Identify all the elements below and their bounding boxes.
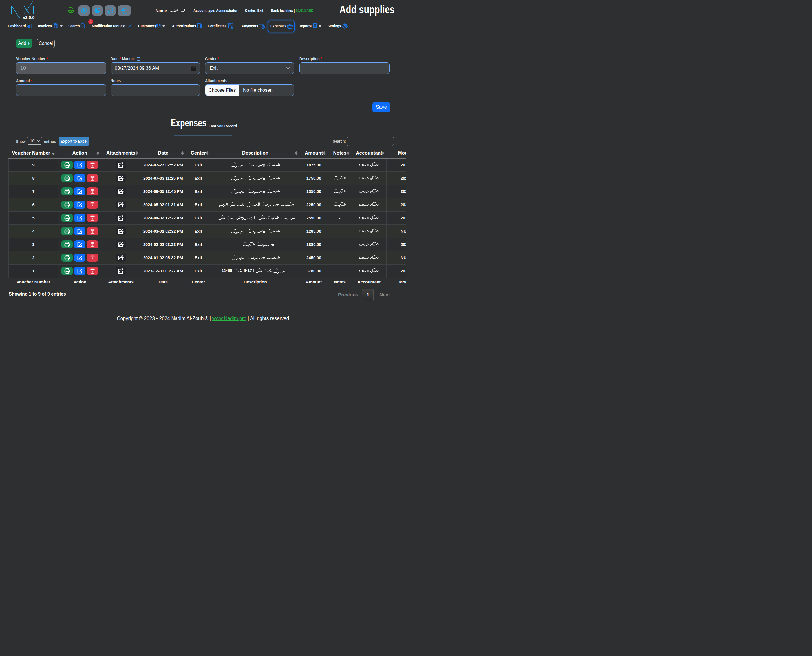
svg-text:8-17: 8-17 [244, 268, 252, 273]
svg-text:$: $ [262, 26, 264, 29]
svg-text:11-30: 11-30 [222, 268, 232, 273]
svg-text:v2.0.0: v2.0.0 [23, 15, 35, 20]
svg-text:LOG: LOG [68, 9, 73, 12]
